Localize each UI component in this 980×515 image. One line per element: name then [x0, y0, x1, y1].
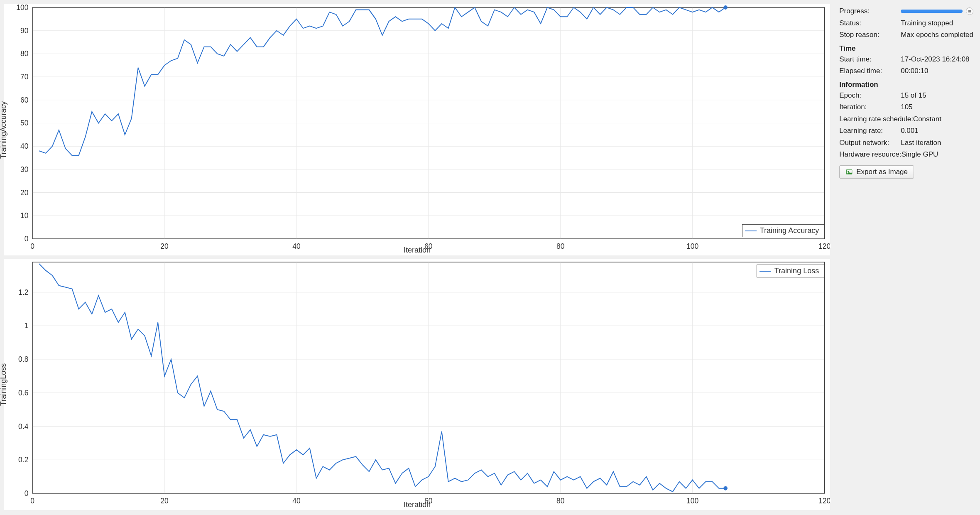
stopreason-row: Stop reason: Max epochs completed: [839, 29, 973, 40]
status-row: Status: Training stopped: [839, 18, 973, 29]
svg-text:0.8: 0.8: [18, 355, 28, 363]
svg-text:20: 20: [20, 188, 29, 196]
status-label: Status:: [839, 18, 901, 29]
progress-label: Progress:: [839, 6, 901, 17]
chart-loss[interactable]: TrainingLossIteration00.20.40.60.811.202…: [4, 259, 830, 510]
image-export-icon: [845, 168, 853, 176]
svg-point-69: [723, 486, 728, 490]
svg-text:20: 20: [160, 497, 169, 505]
svg-text:70: 70: [20, 73, 29, 81]
hw-row: Hardware resource: Single GPU: [839, 149, 973, 160]
legend-accuracy[interactable]: Training Accuracy: [742, 224, 824, 237]
svg-text:60: 60: [20, 96, 29, 104]
hw-label: Hardware resource:: [839, 149, 901, 160]
svg-text:0: 0: [24, 489, 29, 498]
ylabel-accuracy: TrainingAccuracy: [0, 101, 8, 158]
svg-text:100: 100: [686, 242, 698, 250]
legend-label: Training Accuracy: [760, 226, 819, 235]
svg-text:0.4: 0.4: [18, 422, 28, 430]
hw-value: Single GPU: [901, 149, 973, 160]
elapsed-value: 00:00:10: [901, 66, 973, 76]
outnet-label: Output network:: [839, 137, 901, 148]
epoch-label: Epoch:: [839, 90, 901, 101]
training-info-panel: Progress: Status: Training stopped Stop …: [833, 0, 980, 515]
svg-text:1: 1: [24, 321, 29, 330]
svg-text:30: 30: [20, 165, 29, 174]
stopreason-value: Max epochs completed: [901, 29, 973, 40]
legend-label: Training Loss: [774, 267, 819, 275]
elapsed-row: Elapsed time: 00:00:10: [839, 66, 973, 76]
svg-text:1.2: 1.2: [18, 288, 28, 296]
svg-text:80: 80: [20, 49, 29, 58]
svg-text:40: 40: [292, 497, 301, 505]
svg-text:0.2: 0.2: [18, 456, 28, 464]
ylabel-loss: TrainingLoss: [0, 363, 8, 405]
export-label: Export as Image: [856, 168, 908, 176]
lrsched-label: Learning rate schedule:: [839, 114, 913, 125]
stopreason-label: Stop reason:: [839, 29, 901, 40]
starttime-value: 17-Oct-2023 16:24:08: [901, 54, 973, 65]
stop-training-button[interactable]: [966, 7, 973, 15]
legend-loss[interactable]: Training Loss: [757, 265, 824, 277]
svg-text:20: 20: [160, 242, 169, 250]
svg-text:100: 100: [686, 497, 698, 505]
svg-text:10: 10: [20, 211, 29, 220]
legend-swatch: [745, 231, 757, 231]
svg-text:80: 80: [556, 242, 565, 250]
svg-text:100: 100: [16, 4, 28, 12]
starttime-label: Start time:: [839, 54, 901, 65]
iteration-row: Iteration: 105: [839, 102, 973, 113]
lrsched-row: Learning rate schedule: Constant: [839, 114, 973, 125]
legend-swatch: [760, 271, 771, 272]
svg-text:50: 50: [20, 119, 29, 127]
chart-accuracy[interactable]: TrainingAccuracyIteration010203040506070…: [4, 4, 830, 255]
svg-text:40: 40: [20, 142, 29, 150]
lrate-row: Learning rate: 0.001: [839, 125, 973, 136]
iteration-value: 105: [901, 102, 973, 113]
elapsed-label: Elapsed time:: [839, 66, 901, 76]
svg-text:90: 90: [20, 27, 29, 35]
iteration-label: Iteration:: [839, 102, 901, 113]
svg-point-38: [723, 5, 728, 10]
outnet-row: Output network: Last iteration: [839, 137, 973, 148]
svg-text:0: 0: [30, 497, 34, 505]
svg-text:0.6: 0.6: [18, 389, 28, 397]
starttime-row: Start time: 17-Oct-2023 16:24:08: [839, 54, 973, 65]
svg-text:120: 120: [818, 242, 830, 250]
epoch-value: 15 of 15: [901, 90, 973, 101]
lrsched-value: Constant: [913, 114, 973, 125]
svg-text:0: 0: [30, 242, 34, 250]
status-value: Training stopped: [901, 18, 973, 29]
svg-text:0: 0: [24, 235, 29, 243]
svg-text:80: 80: [556, 497, 565, 505]
time-header: Time: [839, 44, 973, 53]
lrate-label: Learning rate:: [839, 125, 901, 136]
information-header: Information: [839, 81, 973, 89]
xlabel-loss: Iteration: [404, 500, 431, 509]
progress-row: Progress:: [839, 6, 973, 17]
outnet-value: Last iteration: [901, 137, 973, 148]
export-as-image-button[interactable]: Export as Image: [839, 165, 914, 179]
xlabel-accuracy: Iteration: [404, 246, 431, 255]
lrate-value: 0.001: [901, 125, 973, 136]
progress-bar: [901, 10, 963, 13]
svg-text:40: 40: [292, 242, 301, 250]
svg-text:120: 120: [818, 497, 830, 505]
svg-point-71: [848, 171, 849, 172]
epoch-row: Epoch: 15 of 15: [839, 90, 973, 101]
